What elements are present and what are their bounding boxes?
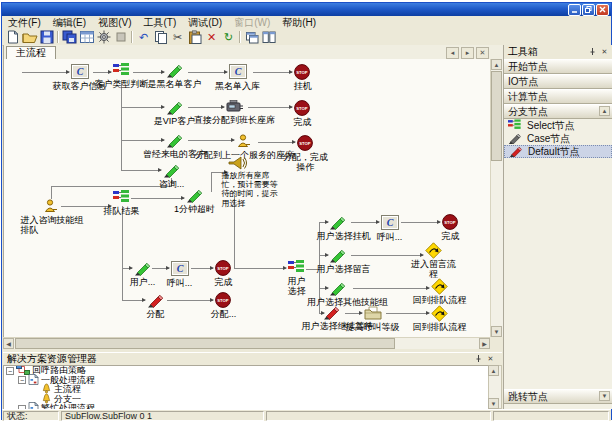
solution-explorer-title: 解决方案资源管理器: [7, 352, 97, 366]
flow-node-label: 用户选择: [284, 276, 310, 297]
svg-text:STOP: STOP: [444, 220, 456, 225]
scroll-up-icon[interactable]: ▲: [491, 59, 502, 70]
scroll-up-icon[interactable]: ▲: [488, 365, 499, 376]
horizontal-scroll-thumb[interactable]: [15, 338, 395, 349]
toolbar-separator: [131, 31, 133, 43]
connector-line: [319, 222, 328, 223]
connector-line: [51, 186, 172, 187]
menu-item-view[interactable]: 视图(V): [92, 16, 137, 30]
window-cascade-icon[interactable]: [243, 30, 260, 45]
toolbox-scroll-down-icon[interactable]: ▼: [599, 391, 610, 401]
tree-expander-icon[interactable]: −: [18, 376, 26, 384]
scrollbar-corner: [490, 337, 502, 349]
app-window: 文件(F)编辑(E)视图(V)工具(T)调试(D)窗口(W)帮助(H) ↶✂✕↻…: [1, 2, 612, 420]
flowchart-canvas[interactable]: C获取客户信息客户类型判断是黑名单客户C黑名单入库STOP挂机是VIP客户直接分…: [3, 59, 491, 337]
tab-scroll-left-icon[interactable]: ◂: [446, 47, 459, 59]
menu-item-debug[interactable]: 调试(D): [182, 16, 228, 30]
save-all-icon[interactable]: [61, 30, 78, 45]
vertical-scroll-thumb[interactable]: [491, 71, 502, 161]
toolbox-category-jump[interactable]: 跳转节点▼: [504, 389, 612, 404]
scroll-left-icon[interactable]: ◀: [3, 338, 14, 349]
connector-line: [248, 107, 292, 108]
flow-node-label: 进入咨询技能组排队: [21, 215, 87, 236]
svg-text:STOP: STOP: [299, 141, 311, 146]
canvas-vertical-scrollbar[interactable]: ▲ ▼: [490, 59, 503, 337]
flowdoc-icon: [28, 402, 39, 409]
connector-line: [234, 268, 286, 269]
tab-scroll-right-icon[interactable]: ▸: [461, 47, 474, 59]
open-folder-icon[interactable]: [21, 30, 38, 45]
toolbox-category-2[interactable]: IO节点: [504, 74, 612, 89]
explorer-scrollbar[interactable]: ▲ ▼: [488, 365, 502, 409]
close-panel-icon[interactable]: ✕: [485, 354, 496, 364]
undo-icon[interactable]: ↶: [135, 30, 152, 45]
svg-text:STOP: STOP: [296, 106, 308, 111]
copy-icon[interactable]: [152, 30, 169, 45]
connector-line: [121, 107, 164, 108]
pin-icon[interactable]: [473, 354, 484, 364]
flow-node-label: 呼叫...: [167, 278, 193, 288]
toolbox-category-3[interactable]: 计算节点: [504, 89, 612, 104]
minimize-icon[interactable]: [568, 4, 581, 16]
save-icon[interactable]: [38, 30, 55, 45]
menu-item-file[interactable]: 文件(F): [2, 16, 47, 30]
tab-main-flow[interactable]: 主流程: [6, 46, 56, 59]
toolbox-item-default-[interactable]: Default节点: [504, 145, 612, 158]
status-cell-2: SubFlow.SubFlow 0 1: [61, 411, 264, 421]
connector-line: [188, 107, 224, 108]
flow-node-label: 用户...: [130, 277, 156, 287]
toolbox-header: 工具箱 ✕: [504, 45, 612, 60]
status-cell-3: [266, 411, 491, 421]
svg-text:C: C: [177, 263, 184, 274]
flow-node-label: 分配...: [211, 309, 237, 319]
connector-line: [122, 300, 145, 301]
scroll-down-icon[interactable]: ▼: [488, 398, 499, 409]
cut-icon[interactable]: ✂: [169, 30, 186, 45]
new-file-icon[interactable]: [4, 30, 21, 45]
toolbox-scroll-up-icon[interactable]: ▲: [599, 106, 610, 116]
toolbox-category-4[interactable]: 分支节点▲: [504, 104, 612, 119]
tree-expander-icon[interactable]: −: [6, 367, 14, 375]
title-bar[interactable]: [2, 3, 611, 16]
flow-node-label: 分配: [147, 309, 165, 319]
connector-line: [386, 313, 429, 314]
toolbox-category-1[interactable]: 开始节点: [504, 59, 612, 74]
flow-node-label: 是VIP客户: [154, 116, 196, 126]
paste-icon[interactable]: [186, 30, 203, 45]
menu-item-edit[interactable]: 编辑(E): [47, 16, 92, 30]
connector-line: [188, 72, 227, 73]
flow-node-label: 进入留言流程: [410, 259, 458, 280]
delete-icon[interactable]: ✕: [203, 30, 220, 45]
project-properties-icon[interactable]: [78, 30, 95, 45]
flow-node-label: 完成: [215, 277, 233, 287]
scroll-right-icon[interactable]: ▶: [479, 338, 490, 349]
restore-icon[interactable]: [582, 4, 595, 16]
pin-icon[interactable]: [587, 47, 598, 57]
close-panel-icon[interactable]: ✕: [599, 47, 610, 57]
build-icon[interactable]: [95, 30, 112, 45]
refresh-icon[interactable]: ↻: [220, 30, 237, 45]
menu-item-tools[interactable]: 工具(T): [137, 16, 182, 30]
connector-line: [133, 72, 164, 73]
stop-icon[interactable]: [112, 30, 129, 45]
window-tile-icon[interactable]: [260, 30, 277, 45]
flow-node-label: 挂机: [294, 81, 312, 91]
tab-close-icon[interactable]: ✕: [476, 47, 489, 59]
menu-item-window[interactable]: 窗口(W): [228, 16, 276, 30]
flow-node-label: 提高呼叫等级: [346, 322, 400, 332]
flow-node-label: 黑名单入库: [215, 81, 260, 91]
flow-node-label: 回到排队流程: [413, 322, 467, 332]
menu-item-help[interactable]: 帮助(H): [276, 16, 322, 30]
window-controls: [568, 4, 611, 16]
select-icon: [288, 259, 304, 277]
toolbox-title: 工具箱: [508, 45, 538, 59]
flow-node-label: 分配，完成操作: [282, 152, 330, 173]
svg-text:C: C: [77, 66, 84, 77]
scroll-down-icon[interactable]: ▼: [491, 326, 502, 337]
svg-text:STOP: STOP: [217, 266, 229, 271]
connector-line: [22, 72, 69, 73]
close-icon[interactable]: [596, 4, 609, 16]
toolbox-item-case-[interactable]: Case节点: [504, 132, 612, 145]
pen-red-icon: [509, 143, 525, 161]
toolbar-separator: [239, 31, 241, 43]
